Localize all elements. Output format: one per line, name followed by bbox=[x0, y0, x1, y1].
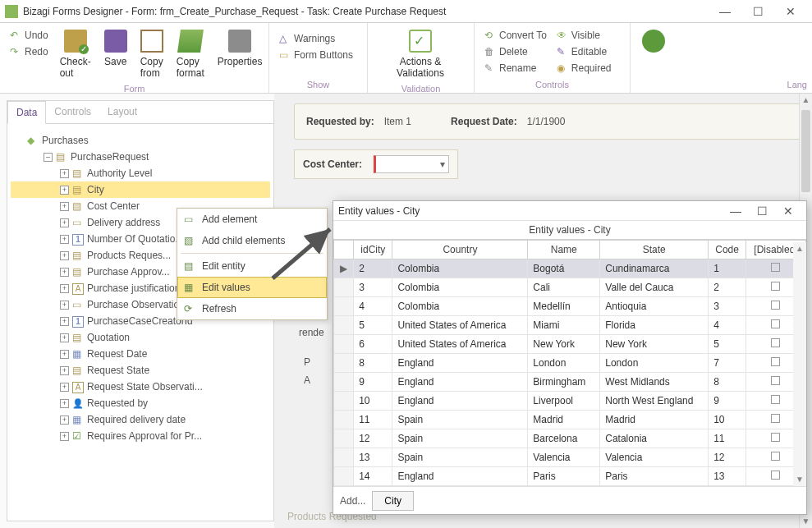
cell-state[interactable]: Paris bbox=[600, 467, 709, 486]
cell-id[interactable]: 11 bbox=[354, 411, 392, 429]
data-tree[interactable]: Purchases – PurchaseRequest +Authority L… bbox=[7, 124, 273, 521]
redo-button[interactable]: Redo bbox=[8, 44, 50, 59]
checkbox-icon[interactable] bbox=[771, 357, 780, 366]
dialog-close[interactable]: ✕ bbox=[775, 204, 801, 218]
table-row[interactable]: ▶2ColombiaBogotáCundinamarca1 bbox=[334, 259, 806, 278]
tree-item[interactable]: +Requires Approval for Pr... bbox=[11, 428, 270, 444]
undo-button[interactable]: Undo bbox=[8, 28, 50, 43]
table-row[interactable]: 4ColombiaMedellínAntioquia3 bbox=[334, 297, 806, 316]
ctx-edit-values[interactable]: Edit values bbox=[177, 277, 327, 298]
actions-button[interactable]: Actions & Validations bbox=[373, 26, 468, 82]
table-row[interactable]: 14EnglandParisParis13 bbox=[334, 467, 806, 486]
cell-code[interactable]: 5 bbox=[709, 335, 746, 354]
cell-id[interactable]: 8 bbox=[354, 354, 392, 373]
cell-code[interactable]: 8 bbox=[709, 373, 746, 392]
cell-code[interactable]: 10 bbox=[709, 411, 746, 429]
scroll-thumb[interactable] bbox=[801, 110, 810, 192]
cell-code[interactable]: 7 bbox=[709, 354, 746, 373]
cell-id[interactable]: 5 bbox=[354, 316, 392, 335]
cost-center-combo[interactable]: ▾ bbox=[374, 155, 449, 173]
cell-country[interactable]: United States of America bbox=[392, 335, 528, 354]
expand-icon[interactable]: + bbox=[60, 169, 69, 178]
cell-name[interactable]: Medellín bbox=[528, 297, 600, 316]
checkbox-icon[interactable] bbox=[771, 338, 780, 347]
tree-item[interactable]: +Authority Level bbox=[11, 165, 270, 181]
checkbox-icon[interactable] bbox=[771, 452, 780, 461]
expand-icon[interactable]: + bbox=[60, 202, 69, 211]
checkbox-icon[interactable] bbox=[771, 301, 780, 310]
tab-layout[interactable]: Layout bbox=[99, 101, 145, 123]
table-row[interactable]: 3ColombiaCaliValle del Cauca2 bbox=[334, 278, 806, 297]
cell-name[interactable]: Madrid bbox=[528, 411, 600, 429]
cell-state[interactable]: Antioquia bbox=[600, 297, 709, 316]
cell-code[interactable]: 2 bbox=[709, 278, 746, 297]
cell-state[interactable]: Madrid bbox=[600, 411, 709, 429]
tree-root[interactable]: Purchases bbox=[11, 132, 270, 149]
expand-icon[interactable]: + bbox=[60, 284, 69, 293]
properties-button[interactable]: Properties bbox=[211, 26, 269, 71]
table-row[interactable]: 11SpainMadridMadrid10 bbox=[334, 411, 806, 429]
expand-icon[interactable]: + bbox=[60, 399, 69, 408]
save-button[interactable]: Save bbox=[98, 26, 134, 71]
expand-icon[interactable]: + bbox=[60, 432, 69, 441]
cell-name[interactable]: Barcelona bbox=[528, 429, 600, 448]
col-country[interactable]: Country bbox=[392, 241, 528, 259]
cell-code[interactable]: 12 bbox=[709, 448, 746, 467]
checkbox-icon[interactable] bbox=[771, 433, 780, 442]
scroll-down-icon[interactable]: ▼ bbox=[793, 473, 806, 486]
dialog-scrollbar[interactable]: ▲ ▼ bbox=[793, 242, 806, 486]
entity-grid[interactable]: idCity Country Name State Code [Disabled… bbox=[333, 239, 806, 486]
table-row[interactable]: 5United States of AmericaMiamiFlorida4 bbox=[334, 316, 806, 335]
col-code[interactable]: Code bbox=[709, 241, 746, 259]
cell-id[interactable]: 4 bbox=[354, 297, 392, 316]
cell-country[interactable]: Colombia bbox=[392, 297, 528, 316]
cell-name[interactable]: Birmingham bbox=[528, 373, 600, 392]
cell-country[interactable]: Spain bbox=[392, 411, 528, 429]
cell-country[interactable]: United States of America bbox=[392, 316, 528, 335]
expand-icon[interactable]: + bbox=[60, 333, 69, 342]
tab-controls[interactable]: Controls bbox=[46, 101, 99, 123]
cell-state[interactable]: North West England bbox=[600, 392, 709, 411]
table-row[interactable]: 13SpainValenciaValencia12 bbox=[334, 448, 806, 467]
cell-code[interactable]: 13 bbox=[709, 467, 746, 486]
tab-data[interactable]: Data bbox=[7, 101, 46, 124]
required-button[interactable]: Required bbox=[555, 61, 613, 76]
cell-code[interactable]: 11 bbox=[709, 429, 746, 448]
scroll-down-icon[interactable]: ▼ bbox=[800, 515, 812, 528]
cell-state[interactable]: New York bbox=[600, 335, 709, 354]
checkbox-icon[interactable] bbox=[771, 263, 780, 272]
dialog-maximize[interactable]: ☐ bbox=[749, 204, 775, 218]
tree-item[interactable]: +Request State Observati... bbox=[11, 379, 270, 395]
tree-item[interactable]: +Requested by bbox=[11, 395, 270, 411]
cell-country[interactable]: England bbox=[392, 354, 528, 373]
cell-code[interactable]: 1 bbox=[709, 259, 746, 278]
cell-name[interactable]: London bbox=[528, 354, 600, 373]
col-idcity[interactable]: idCity bbox=[354, 241, 392, 259]
city-button[interactable]: City bbox=[372, 491, 414, 511]
cell-code[interactable]: 9 bbox=[709, 392, 746, 411]
table-row[interactable]: 9EnglandBirminghamWest Midlands8 bbox=[334, 373, 806, 392]
cell-id[interactable]: 14 bbox=[354, 467, 392, 486]
cell-id[interactable]: 2 bbox=[354, 259, 392, 278]
convert-button[interactable]: Convert To bbox=[483, 28, 548, 43]
table-row[interactable]: 12SpainBarcelonaCatalonia11 bbox=[334, 429, 806, 448]
checkbox-icon[interactable] bbox=[771, 282, 780, 291]
cell-country[interactable]: Colombia bbox=[392, 278, 528, 297]
dialog-minimize[interactable]: — bbox=[723, 204, 749, 218]
expand-icon[interactable]: + bbox=[60, 366, 69, 375]
cell-name[interactable]: Paris bbox=[528, 467, 600, 486]
cell-state[interactable]: West Midlands bbox=[600, 373, 709, 392]
checkbox-icon[interactable] bbox=[771, 319, 780, 328]
cell-name[interactable]: Cali bbox=[528, 278, 600, 297]
expand-icon[interactable]: + bbox=[60, 235, 69, 244]
tree-item[interactable]: +Request State bbox=[11, 362, 270, 379]
checkbox-icon[interactable] bbox=[771, 395, 780, 404]
col-state[interactable]: State bbox=[600, 241, 709, 259]
cell-code[interactable]: 4 bbox=[709, 316, 746, 335]
ctx-add-element[interactable]: Add element bbox=[177, 209, 327, 230]
col-name[interactable]: Name bbox=[528, 241, 600, 259]
cell-state[interactable]: Florida bbox=[600, 316, 709, 335]
maximize-button[interactable]: ☐ bbox=[741, 2, 774, 21]
cell-state[interactable]: Catalonia bbox=[600, 429, 709, 448]
checkbox-icon[interactable] bbox=[771, 414, 780, 423]
